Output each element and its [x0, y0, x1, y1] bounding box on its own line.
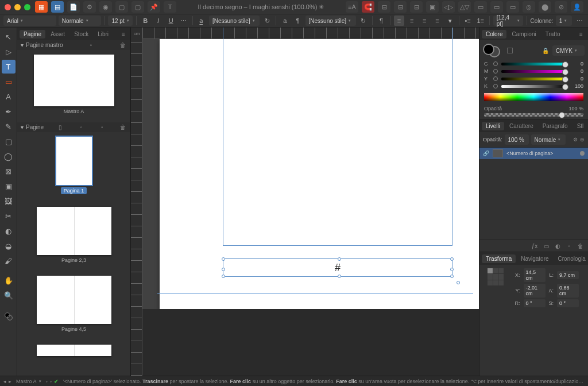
columns-more-button[interactable]: ⋯ — [574, 16, 585, 26]
tab-books[interactable]: Libri — [94, 30, 113, 38]
status-ic1[interactable]: ▫ — [46, 379, 48, 384]
zoom-window[interactable] — [24, 4, 30, 10]
page-thumb-1[interactable] — [56, 137, 92, 185]
layer-new-icon[interactable]: ▫ — [565, 242, 573, 250]
pen-tool[interactable]: ✒ — [2, 105, 16, 118]
toolbar-status-icon[interactable]: ⊘ — [555, 1, 567, 13]
transform-r[interactable]: 0 ° — [524, 299, 546, 307]
lock-icon[interactable]: 🔒 — [542, 48, 549, 54]
table-tool[interactable]: A — [2, 90, 16, 103]
list-bullet-button[interactable]: •≡ — [463, 16, 473, 26]
tab-asset[interactable]: Asset — [47, 30, 69, 38]
delete-master-icon[interactable]: 🗑 — [119, 42, 127, 48]
toolbar-baseline-icon[interactable]: ≡A — [346, 1, 358, 13]
status-preflight-icon[interactable]: ✔ — [54, 379, 59, 384]
layer-gear-icon[interactable]: ⚙ — [573, 137, 578, 142]
tab-swatches[interactable]: Campioni — [508, 30, 540, 38]
brush-tool[interactable]: 🖌 — [2, 254, 16, 268]
align-center-button[interactable]: ≡ — [407, 16, 417, 26]
opacity-value[interactable]: 100 % — [568, 106, 583, 111]
layer-mask-icon[interactable]: ▭ — [542, 242, 550, 250]
tab-paragraph[interactable]: Paragrafo — [539, 122, 572, 130]
color-mode-dropdown[interactable]: CMYK▾ — [552, 45, 585, 56]
tab-stock[interactable]: Stock — [70, 30, 92, 38]
transparency-tool[interactable]: ◒ — [2, 239, 16, 253]
toolbar-doc1-icon[interactable]: ▢ — [115, 1, 128, 13]
toolbar-align3-icon[interactable]: ⊟ — [410, 1, 423, 13]
add-page-icon[interactable]: ▫ — [78, 124, 86, 130]
para-style-update[interactable]: ↻ — [358, 16, 369, 26]
align-justify-button[interactable]: ≡ — [432, 16, 442, 26]
page-number-frame[interactable]: # — [223, 258, 452, 277]
yellow-slider[interactable] — [501, 78, 567, 80]
page-thumb-4-5[interactable] — [37, 276, 111, 324]
vector-crop-tool[interactable]: ✂ — [2, 209, 16, 223]
toolbar-snap-icon[interactable]: 🧲 — [362, 1, 374, 13]
toolbar-view-icon[interactable]: ◉ — [99, 1, 112, 13]
pan-tool[interactable]: ✋ — [2, 273, 16, 287]
toolbar-flip-v-icon[interactable]: △▽ — [458, 1, 471, 13]
align-left-button[interactable]: ≡ — [394, 16, 404, 26]
transform-y[interactable]: -2,01 cm — [524, 284, 546, 298]
page-opt2-icon[interactable]: ▫ — [98, 124, 106, 130]
align-right-button[interactable]: ≡ — [419, 16, 430, 26]
columns-field[interactable]: 1▾ — [556, 16, 572, 26]
transform-x[interactable]: 14,5 cm — [524, 268, 546, 282]
underline-button[interactable]: U — [166, 16, 176, 26]
align-more-button[interactable]: ▾ — [444, 16, 455, 26]
toolbar-prefs-icon[interactable]: ⚙ — [83, 1, 96, 13]
tab-layers[interactable]: Livelli — [482, 122, 504, 130]
layer-trash-icon[interactable]: 🗑 — [577, 242, 585, 250]
master-thumb[interactable] — [34, 55, 114, 106]
cyan-slider[interactable] — [501, 63, 567, 65]
node-tool[interactable]: ▷ — [2, 45, 16, 59]
page-spread[interactable]: # — [160, 39, 479, 315]
transform-h[interactable]: 0,66 cm — [557, 284, 579, 298]
tab-navigator[interactable]: Navigatore — [517, 254, 552, 263]
layer-adjust-icon[interactable]: ◐ — [554, 242, 562, 250]
panel-menu-icon[interactable]: ≡ — [119, 29, 128, 38]
bold-button[interactable]: B — [140, 16, 150, 26]
fill-tool[interactable]: ◐ — [2, 224, 16, 238]
close-window[interactable] — [5, 4, 11, 10]
zoom-tool[interactable]: 🔍 — [2, 288, 16, 302]
tab-history[interactable]: Cronologia — [554, 254, 588, 263]
ruler-unit[interactable]: cm — [131, 28, 142, 39]
toolbar-account-icon[interactable]: 👤 — [571, 1, 583, 13]
toolbar-record-icon[interactable]: ⬤ — [539, 1, 551, 13]
italic-button[interactable]: I — [153, 16, 163, 26]
page-thumb-next[interactable] — [37, 345, 111, 356]
magenta-slider[interactable] — [501, 70, 567, 73]
delete-page-icon[interactable]: 🗑 — [119, 124, 127, 130]
ruler-vertical[interactable] — [131, 39, 142, 376]
status-nav-prev[interactable]: ◂ — [3, 379, 6, 384]
font-style-dropdown[interactable]: Normale▾ — [59, 16, 101, 26]
font-size-field[interactable]: 12 pt▾ — [108, 16, 133, 26]
status-ic2[interactable]: ▫ — [50, 379, 52, 384]
layer-fx-icon[interactable]: ƒx — [531, 242, 539, 250]
ellipse-tool[interactable]: ◯ — [2, 149, 16, 163]
color-wells[interactable] — [2, 308, 16, 325]
layer-visibility-dot[interactable] — [580, 151, 585, 156]
toolbar-pin-icon[interactable]: 📌 — [148, 1, 160, 13]
page-opt1-icon[interactable]: ▯ — [56, 124, 64, 130]
canvas[interactable]: cm # — [131, 28, 479, 376]
font-family-dropdown[interactable]: Arial▾ — [3, 16, 56, 26]
text-frame-margin[interactable] — [223, 28, 452, 246]
tab-stroke[interactable]: Tratto — [541, 30, 564, 38]
opacity-slider[interactable] — [484, 113, 583, 117]
toolbar-doc2-icon[interactable]: ▢ — [131, 1, 144, 13]
tab-textstyles[interactable]: Stl — [573, 122, 588, 130]
move-tool[interactable]: ↖ — [2, 30, 16, 44]
persona-publisher[interactable]: ▤ — [51, 1, 64, 13]
tab-pages[interactable]: Pagine — [20, 30, 45, 38]
swap-colors-icon[interactable] — [507, 48, 513, 53]
toolbar-flip-h-icon[interactable]: ◁▷ — [442, 1, 455, 13]
toolbar-arrange1-icon[interactable]: ▭ — [474, 1, 487, 13]
anchor-grid[interactable] — [488, 268, 504, 285]
more-typography-button[interactable]: ⋯ — [179, 16, 189, 26]
place-image-tool[interactable]: 🖼 — [2, 194, 16, 208]
transform-w[interactable]: 9,7 cm — [557, 271, 579, 279]
char-style-dropdown[interactable]: [Nessuno stile]▾ — [209, 16, 260, 26]
add-master-icon[interactable]: ▫ — [87, 42, 95, 48]
